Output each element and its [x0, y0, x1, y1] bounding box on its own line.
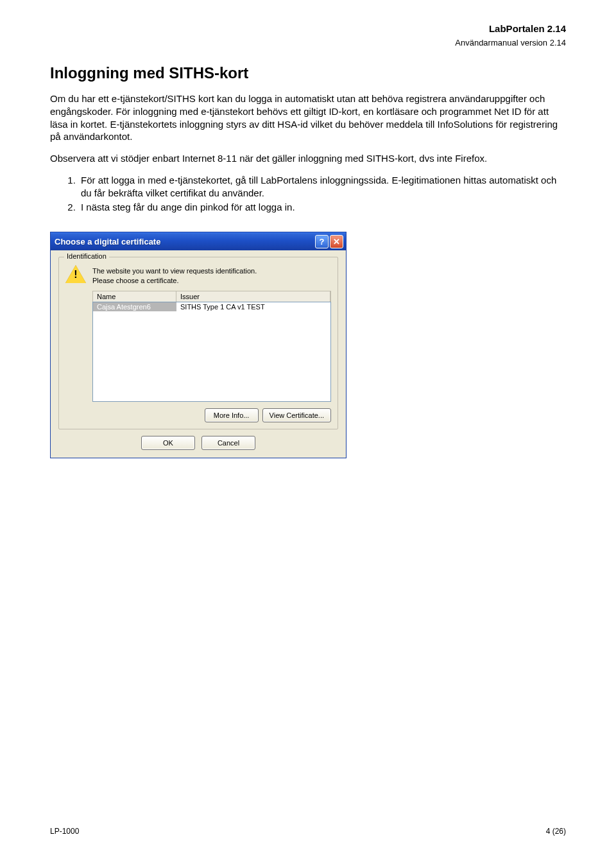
- doc-header-subtitle: Användarmanual version 2.14: [50, 38, 566, 48]
- identification-group: Identification ! The website you want to…: [58, 257, 338, 429]
- cert-issuer: SITHS Type 1 CA v1 TEST: [176, 302, 330, 311]
- paragraph-note: Observera att vi stödjer enbart Internet…: [50, 152, 566, 165]
- col-header-name[interactable]: Name: [93, 291, 176, 302]
- warning-icon: !: [65, 265, 86, 284]
- close-button[interactable]: ✕: [330, 235, 343, 248]
- cancel-button[interactable]: Cancel: [201, 436, 255, 450]
- dialog-titlebar: Choose a digital certificate ? ✕: [51, 232, 346, 250]
- cert-name: Cajsa Atestgren6: [93, 302, 176, 311]
- cert-list[interactable]: Cajsa Atestgren6 SITHS Type 1 CA v1 TEST: [92, 302, 331, 402]
- dialog-message-line1: The website you want to view requests id…: [92, 266, 257, 276]
- cert-list-header: Name Issuer: [92, 291, 331, 302]
- page-title: Inloggning med SITHS-kort: [50, 64, 566, 82]
- dialog-title: Choose a digital certificate: [55, 237, 314, 246]
- dialog-message-line2: Please choose a certificate.: [92, 276, 257, 286]
- footer-doc-id: LP-1000: [50, 827, 79, 836]
- doc-header-title: LabPortalen 2.14: [50, 23, 566, 34]
- view-certificate-button[interactable]: View Certificate...: [262, 408, 331, 422]
- footer-page-number: 4 (26): [546, 827, 566, 836]
- col-header-issuer[interactable]: Issuer: [176, 291, 330, 302]
- ok-button[interactable]: OK: [141, 436, 195, 450]
- help-button[interactable]: ?: [315, 235, 329, 248]
- more-info-button[interactable]: More Info...: [205, 408, 259, 422]
- paragraph-intro: Om du har ett e-tjänstekort/SITHS kort k…: [50, 92, 566, 143]
- cert-row-selected[interactable]: Cajsa Atestgren6 SITHS Type 1 CA v1 TEST: [93, 302, 330, 311]
- certificate-dialog: Choose a digital certificate ? ✕ Identif…: [50, 232, 346, 458]
- step-1: För att logga in med e-tjänstekortet, gå…: [78, 174, 566, 200]
- group-legend: Identification: [64, 252, 109, 260]
- step-2: I nästa steg får du ange din pinkod för …: [78, 201, 566, 214]
